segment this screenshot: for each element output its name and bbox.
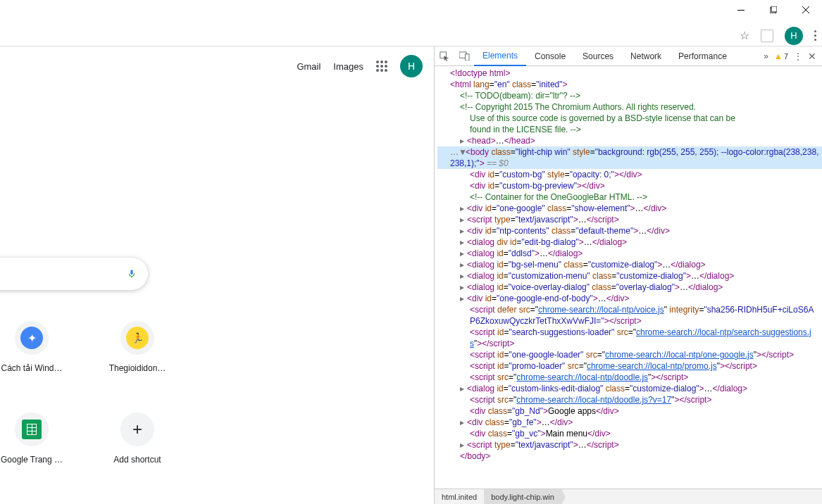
dom-tree-line[interactable]: …▼<body class="light-chip win" style="ba… (437, 146, 822, 169)
shortcut-label: Google Trang … (1, 455, 63, 465)
google-apps-icon[interactable] (376, 61, 387, 72)
devtools-tabs: Elements Console Sources Network Perform… (435, 46, 822, 66)
close-button[interactable] (790, 0, 822, 20)
device-toolbar-icon[interactable] (454, 46, 474, 66)
dom-tree-line[interactable]: ▸<dialog id="ddlsd">…</dialog> (437, 248, 822, 259)
extension-icon[interactable] (761, 30, 773, 42)
shortcut-item[interactable]: ✦ Cách tải Wind… (0, 321, 63, 373)
profile-avatar[interactable]: H (785, 27, 803, 45)
dom-tree-line[interactable]: <div class="gb_vc">Main menu</div> (437, 428, 822, 439)
shortcuts-row-1: ✦ Cách tải Wind… 🏃 Thegioididon… (0, 321, 169, 373)
tab-console[interactable]: Console (526, 46, 574, 66)
breadcrumb-item[interactable]: html.inited (435, 489, 484, 504)
dom-tree-line[interactable]: ▸<head>…</head> (437, 135, 822, 146)
dom-tree-line[interactable]: ▸<dialog id="customization-menu" class="… (437, 270, 822, 282)
dom-tree-line[interactable]: <div id="custom-bg" style="opacity: 0;">… (437, 169, 822, 180)
dom-tree-line[interactable]: <html lang="en" class="inited"> (437, 79, 822, 90)
dom-tree-line[interactable]: Use of this source code is governed by a… (437, 113, 822, 124)
warnings-badge[interactable]: ▲7 (774, 51, 788, 61)
shortcut-label: Cách tải Wind… (1, 363, 62, 373)
dom-tree-line[interactable]: ▸<script type="text/javascript">…</scrip… (437, 439, 822, 451)
dom-tree-line[interactable]: <script id="search-suggestions-loader" s… (437, 327, 822, 349)
shortcuts-row-2: Google Trang … + Add shortcut (0, 412, 169, 465)
images-link[interactable]: Images (333, 61, 363, 72)
dom-tree-line[interactable]: <!-- Copyright 2015 The Chromium Authors… (437, 101, 822, 113)
dom-tree-line[interactable]: <script src="chrome-search://local-ntp/d… (437, 372, 822, 383)
browser-toolbar: ☆ H (0, 25, 822, 46)
shortcut-label: Add shortcut (113, 455, 161, 465)
tab-sources[interactable]: Sources (574, 46, 622, 66)
gmail-link[interactable]: Gmail (297, 61, 320, 72)
search-box[interactable] (0, 258, 148, 290)
dom-tree-line[interactable]: ▸<div class="gb_fe">…</div> (437, 417, 822, 428)
dom-tree-line[interactable]: ▸<dialog id="bg-sel-menu" class="customi… (437, 259, 822, 270)
dom-tree-line[interactable]: ▸<dialog id="custom-links-edit-dialog" c… (437, 383, 822, 394)
svg-rect-2 (771, 6, 777, 12)
dom-tree-line[interactable]: <!doctype html> (437, 68, 822, 79)
voice-search-icon[interactable] (127, 267, 137, 281)
page-content: Gmail Images H Google ✦ Cách tải Wind… 🏃… (0, 46, 434, 504)
shortcut-item[interactable]: 🏃 Thegioididon… (106, 321, 169, 373)
window-controls (725, 0, 822, 20)
browser-menu-icon[interactable] (814, 30, 816, 41)
breadcrumb-item[interactable]: body.light-chip.win (484, 489, 561, 504)
minimize-button[interactable] (725, 0, 757, 20)
dom-tree-line[interactable]: <!-- Container for the OneGoogleBar HTML… (437, 191, 822, 203)
dom-tree-line[interactable]: <!-- TODO(dbeam): dir="ltr"? --> (437, 90, 822, 101)
dom-tree-line[interactable]: ▸<dialog div id="edit-bg-dialog">…</dial… (437, 237, 822, 248)
inspect-element-icon[interactable] (435, 46, 454, 66)
dom-tree-line[interactable]: <div id="custom-bg-preview"></div> (437, 180, 822, 191)
shortcut-label: Thegioididon… (109, 363, 166, 373)
dom-tree-line[interactable]: </body> (437, 451, 822, 462)
dom-tree-line[interactable]: ▸<script type="text/javascript">…</scrip… (437, 214, 822, 225)
dom-tree-line[interactable]: ▸<div id="one-google" class="show-elemen… (437, 203, 822, 214)
svg-rect-0 (737, 10, 745, 11)
dom-tree-line[interactable]: <script id="one-google-loader" src="chro… (437, 349, 822, 360)
devtools-close-icon[interactable]: ✕ (808, 51, 816, 62)
one-google-bar: Gmail Images H (297, 55, 423, 77)
dom-tree-line[interactable]: ▸<div id="ntp-contents" class="default-t… (437, 225, 822, 237)
dom-tree[interactable]: <!doctype html><html lang="en" class="in… (435, 66, 822, 489)
tab-elements[interactable]: Elements (474, 46, 526, 66)
bookmark-star-icon[interactable]: ☆ (740, 29, 749, 42)
devtools-panel: Elements Console Sources Network Perform… (434, 46, 822, 504)
dom-tree-line[interactable]: ▸<dialog id="voice-overlay-dialog" class… (437, 282, 822, 293)
tab-performance[interactable]: Performance (670, 46, 735, 66)
maximize-button[interactable] (757, 0, 790, 20)
add-shortcut-button[interactable]: + Add shortcut (106, 412, 169, 465)
svg-rect-7 (465, 54, 469, 61)
devtools-breadcrumb: html.inited body.light-chip.win (435, 489, 822, 504)
dom-tree-line[interactable]: <script defer src="chrome-search://local… (437, 304, 822, 327)
dom-tree-line[interactable]: <script src="chrome-search://local-ntp/d… (437, 394, 822, 405)
dom-tree-line[interactable]: <div class="gb_Nd">Google apps</div> (437, 405, 822, 417)
more-tabs-icon[interactable]: » (764, 51, 768, 61)
dom-tree-line[interactable]: ▸<div id="one-google-end-of-body">…</div… (437, 293, 822, 304)
shortcut-item[interactable]: Google Trang … (0, 412, 63, 465)
dom-tree-line[interactable]: <script id="promo-loader" src="chrome-se… (437, 360, 822, 372)
tab-network[interactable]: Network (622, 46, 670, 66)
dom-tree-line[interactable]: found in the LICENSE file. --> (437, 124, 822, 135)
account-avatar[interactable]: H (400, 55, 423, 77)
devtools-menu-icon[interactable]: ⋮ (794, 51, 802, 61)
